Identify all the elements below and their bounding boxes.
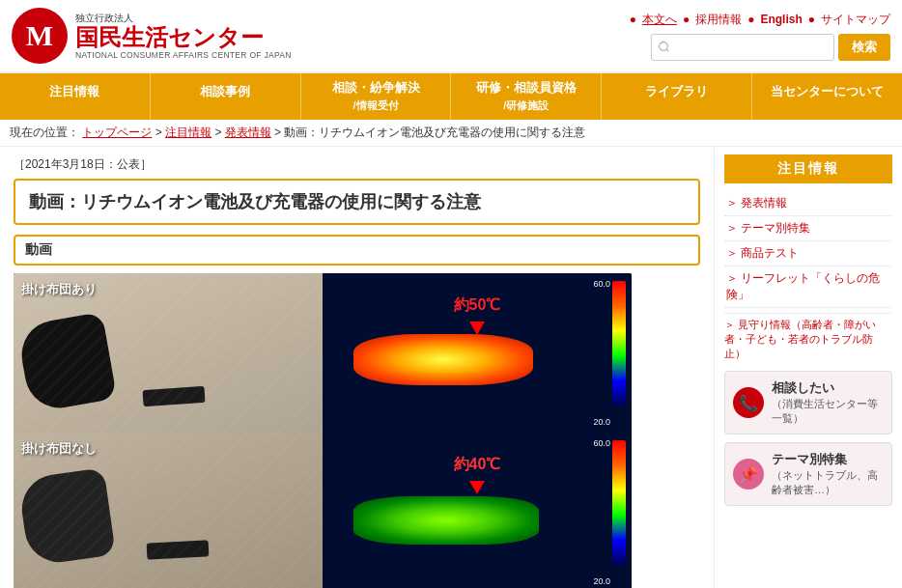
arrow-bottom bbox=[469, 481, 485, 494]
link-recruit[interactable]: 採用情報 bbox=[695, 12, 742, 28]
battery-hot bbox=[353, 334, 533, 385]
breadcrumb-home[interactable]: トップページ bbox=[82, 126, 152, 139]
thermal-bar-bottom bbox=[612, 440, 626, 565]
phone-icon: 📞 bbox=[739, 394, 758, 412]
thermal-bar-top bbox=[612, 281, 626, 406]
dot-recruit: ● bbox=[683, 13, 690, 26]
theme-icon-bg: 📌 bbox=[733, 459, 764, 490]
breadcrumb-notice[interactable]: 注目情報 bbox=[165, 126, 211, 139]
chevron-icon-watch: ＞ bbox=[724, 319, 738, 330]
consult-main-label: 相談したい bbox=[772, 379, 884, 397]
consult-sub-label: （消費生活センター等一覧） bbox=[772, 397, 884, 426]
logo-text: 独立行政法人 国民生活センター NATIONAL CONSUMER AFFAIR… bbox=[75, 12, 292, 60]
logo-circle: M bbox=[12, 8, 68, 64]
video-container[interactable]: 掛け布団あり 約50℃ 60.0 bbox=[14, 273, 632, 588]
video-cell-top-right: 約50℃ 60.0 20.0 bbox=[323, 273, 632, 433]
sidebar-watch-link[interactable]: 見守り情報（高齢者・障がい者・子ども・若者のトラブル防止） bbox=[724, 319, 876, 359]
breadcrumb-prefix: 現在の位置： bbox=[10, 126, 79, 139]
nav-consult-sub: /情報受付 bbox=[353, 99, 399, 111]
chevron-icon-theme: ＞ bbox=[726, 221, 741, 235]
svg-point-0 bbox=[660, 42, 668, 51]
thermal-high-bottom: 60.0 bbox=[593, 438, 610, 448]
link-sitemap[interactable]: サイトマップ bbox=[821, 12, 890, 28]
chevron-icon-press: ＞ bbox=[726, 196, 741, 210]
search-area: 検索 bbox=[651, 34, 890, 61]
date-notice: ［2021年3月18日：公表］ bbox=[14, 156, 700, 173]
nav-training-label: 研修・相談員資格 bbox=[476, 80, 577, 95]
sidebar-link-product[interactable]: ＞ 商品テスト bbox=[724, 241, 892, 266]
link-home[interactable]: 本文へ bbox=[642, 12, 677, 28]
nav-training-sub: /研修施設 bbox=[503, 99, 549, 111]
nav-bar: 注目情報 相談事例 相談・紛争解決 /情報受付 研修・相談員資格 /研修施設 ラ… bbox=[0, 73, 902, 120]
breadcrumb-press[interactable]: 発表情報 bbox=[225, 126, 271, 139]
temp-label-top: 約50℃ bbox=[454, 295, 501, 316]
header: M 独立行政法人 国民生活センター NATIONAL CONSUMER AFFA… bbox=[0, 0, 902, 73]
theme-text-area: テーマ別特集 （ネットトラブル、高齢者被害…） bbox=[772, 451, 884, 497]
thermal-high-top: 60.0 bbox=[593, 279, 610, 289]
battery-warm bbox=[353, 496, 539, 545]
logo-main: 国民生活センター bbox=[75, 25, 292, 50]
chevron-icon-product: ＞ bbox=[726, 246, 741, 260]
breadcrumb: 現在の位置： トップページ > 注目情報 > 発表情報 > 動画：リチウムイオン… bbox=[0, 120, 902, 147]
nav-item-notice[interactable]: 注目情報 bbox=[0, 73, 151, 120]
theme-main-label: テーマ別特集 bbox=[772, 451, 884, 468]
content-area: ［2021年3月18日：公表］ 動画：リチウムイオン電池及び充電器の使用に関する… bbox=[0, 147, 714, 588]
sidebar-title: 注目情報 bbox=[724, 154, 892, 183]
video-cell-top-left: 掛け布団あり bbox=[14, 273, 323, 433]
link-english[interactable]: English bbox=[760, 13, 802, 26]
sidebar-btn-theme[interactable]: 📌 テーマ別特集 （ネットトラブル、高齢者被害…） bbox=[724, 442, 892, 506]
search-button[interactable]: 検索 bbox=[838, 34, 890, 61]
sidebar-link-theme[interactable]: ＞ テーマ別特集 bbox=[724, 216, 892, 241]
theme-sub-label: （ネットトラブル、高齢者被害…） bbox=[772, 468, 884, 497]
logo-letter: M bbox=[26, 19, 53, 52]
sidebar: 注目情報 ＞ 発表情報 ＞ テーマ別特集 ＞ 商品テスト ＞ リーフレット「くら… bbox=[714, 147, 902, 588]
svg-line-1 bbox=[666, 49, 668, 51]
dot-home: ● bbox=[630, 13, 636, 26]
video-cell-bottom-right: 約40℃ 60.0 20.0 bbox=[323, 433, 632, 588]
article-title: 動画：リチウムイオン電池及び充電器の使用に関する注意 bbox=[14, 179, 700, 225]
dot-sitemap: ● bbox=[808, 13, 815, 26]
nav-item-library[interactable]: ライブラリ bbox=[602, 73, 752, 120]
thermal-low-top: 20.0 bbox=[593, 417, 610, 427]
breadcrumb-sep3: > bbox=[274, 126, 284, 139]
logo-top: 独立行政法人 bbox=[75, 12, 292, 25]
nav-item-about[interactable]: 当センターについて bbox=[752, 73, 902, 120]
consult-text-area: 相談したい （消費生活センター等一覧） bbox=[772, 379, 884, 426]
breadcrumb-sep2: > bbox=[214, 126, 224, 139]
consult-icon-bg: 📞 bbox=[733, 387, 764, 418]
sidebar-link-leaflet[interactable]: ＞ リーフレット「くらしの危険」 bbox=[724, 266, 892, 308]
section-label: 動画 bbox=[14, 235, 700, 266]
header-right: ● 本文へ ● 採用情報 ● English ● サイトマップ 検索 bbox=[630, 12, 890, 61]
temp-label-bottom: 約40℃ bbox=[454, 455, 501, 475]
chevron-icon-leaflet: ＞ bbox=[726, 271, 741, 285]
nav-item-cases[interactable]: 相談事例 bbox=[151, 73, 301, 120]
breadcrumb-sep1: > bbox=[155, 126, 165, 139]
logo-en: NATIONAL CONSUMER AFFAIRS CENTER OF JAPA… bbox=[75, 50, 292, 60]
main-layout: ［2021年3月18日：公表］ 動画：リチウムイオン電池及び充電器の使用に関する… bbox=[0, 147, 902, 588]
nav-consult-label: 相談・紛争解決 bbox=[332, 80, 420, 95]
nav-item-consult[interactable]: 相談・紛争解決 /情報受付 bbox=[301, 73, 452, 120]
futon-label-bottom: 掛け布団なし bbox=[21, 440, 97, 458]
futon-label-top: 掛け布団あり bbox=[21, 281, 97, 298]
sidebar-watch-info: ＞ 見守り情報（高齢者・障がい者・子ども・若者のトラブル防止） bbox=[724, 313, 892, 361]
video-grid: 掛け布団あり 約50℃ 60.0 bbox=[14, 273, 632, 588]
breadcrumb-current: 動画：リチウムイオン電池及び充電器の使用に関する注意 bbox=[284, 126, 585, 139]
search-icon bbox=[658, 41, 670, 53]
sidebar-link-press[interactable]: ＞ 発表情報 bbox=[724, 191, 892, 216]
search-input[interactable] bbox=[651, 34, 834, 61]
video-cell-bottom-left: 掛け布団なし bbox=[14, 433, 323, 588]
dot-english: ● bbox=[747, 13, 754, 26]
nav-item-training[interactable]: 研修・相談員資格 /研修施設 bbox=[451, 73, 602, 120]
arrow-top bbox=[469, 322, 485, 335]
thermal-low-bottom: 20.0 bbox=[593, 576, 610, 586]
logo-area: M 独立行政法人 国民生活センター NATIONAL CONSUMER AFFA… bbox=[12, 8, 292, 64]
pin-icon: 📌 bbox=[739, 465, 758, 484]
sidebar-btn-consult[interactable]: 📞 相談したい （消費生活センター等一覧） bbox=[724, 371, 892, 434]
header-top-links: ● 本文へ ● 採用情報 ● English ● サイトマップ bbox=[630, 12, 890, 28]
